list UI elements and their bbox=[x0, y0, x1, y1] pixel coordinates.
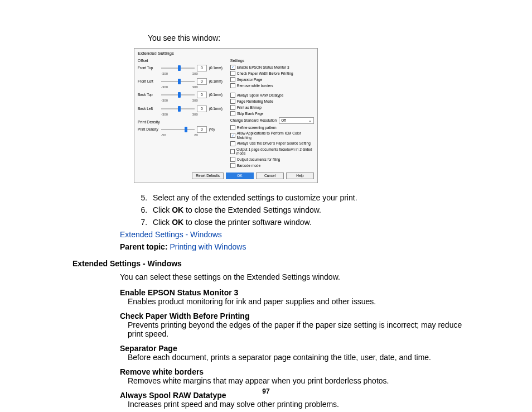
definition-block: Separator Page Before each document, pri… bbox=[120, 344, 471, 362]
checkbox-row[interactable]: Enable EPSON Status Monitor 3 bbox=[230, 65, 314, 70]
resolution-select[interactable]: Off⌄ bbox=[279, 117, 314, 124]
checkbox-icon[interactable] bbox=[230, 93, 235, 98]
resolution-select-row[interactable]: Change Standard Resolution Off⌄ bbox=[230, 117, 314, 124]
page-number: 97 bbox=[0, 387, 532, 395]
range-max: 300 bbox=[192, 72, 198, 76]
checkbox-row[interactable]: Barcode mode bbox=[230, 163, 314, 168]
step-list: Select any of the extended settings to c… bbox=[139, 193, 471, 227]
range-min: -300 bbox=[161, 113, 168, 117]
slider-track[interactable] bbox=[161, 81, 195, 82]
checkbox-label: Separator Page bbox=[237, 78, 263, 82]
step-text: Select any of the extended settings to c… bbox=[153, 193, 357, 202]
select-label: Change Standard Resolution bbox=[230, 118, 277, 123]
cancel-button[interactable]: Cancel bbox=[256, 173, 284, 179]
checkbox-label: Output 1 page documents facedown in 2-Si… bbox=[236, 147, 314, 156]
reset-defaults-button[interactable]: Reset Defaults bbox=[192, 173, 224, 179]
slider-value[interactable]: 0 bbox=[197, 126, 207, 133]
slider-value[interactable]: 0 bbox=[197, 78, 207, 85]
step-text: to close the printer software window. bbox=[183, 218, 312, 227]
definition-block: Check Paper Width Before Printing Preven… bbox=[120, 312, 471, 338]
checkbox-icon[interactable] bbox=[230, 71, 235, 76]
slider-track[interactable] bbox=[161, 94, 195, 95]
settings-group-label: Settings bbox=[230, 59, 314, 63]
checkbox-label: Enable EPSON Status Monitor 3 bbox=[237, 65, 289, 70]
checkbox-icon[interactable] bbox=[230, 111, 235, 116]
checkbox-icon[interactable] bbox=[230, 157, 235, 162]
range-min: -50 bbox=[161, 133, 166, 137]
def-desc: Removes white margins that may appear wh… bbox=[128, 376, 471, 385]
checkbox-row[interactable]: Output documents for filing bbox=[230, 157, 314, 162]
range-min: -300 bbox=[161, 99, 168, 103]
slider-label: Print Density bbox=[138, 127, 159, 132]
slider-back-top[interactable]: Back Top 0 (0.1mm) bbox=[138, 92, 226, 98]
slider-front-left[interactable]: Front Left 0 (0.1mm) bbox=[138, 78, 226, 85]
step-text: Click bbox=[153, 205, 172, 214]
range-max: 300 bbox=[192, 99, 198, 103]
checkbox-label: Barcode mode bbox=[237, 164, 260, 168]
checkbox-icon[interactable] bbox=[230, 141, 235, 146]
checkbox-row[interactable]: Separator Page bbox=[230, 77, 314, 82]
checkbox-label: Skip Blank Page bbox=[237, 112, 264, 116]
help-button[interactable]: Help bbox=[286, 173, 314, 179]
slider-label: Front Top bbox=[138, 66, 159, 70]
checkbox-label: Allow Applications to Perform ICM Color … bbox=[237, 131, 314, 140]
density-group-label: Print Density bbox=[138, 120, 226, 124]
step-text: to close the Extended Settings window. bbox=[183, 205, 321, 214]
checkbox-icon[interactable] bbox=[230, 149, 235, 154]
checkbox-row[interactable]: Refine screening pattern bbox=[230, 125, 314, 130]
checkbox-row[interactable]: Check Paper Width Before Printing bbox=[230, 71, 314, 76]
slider-print-density[interactable]: Print Density 0 (%) bbox=[138, 126, 226, 133]
range-max: 300 bbox=[192, 85, 198, 89]
slider-unit: (0.1mm) bbox=[209, 107, 226, 111]
checkbox-row[interactable]: Always Spool RAW Datatype bbox=[230, 93, 314, 98]
checkbox-icon[interactable] bbox=[230, 77, 235, 82]
checkbox-icon[interactable] bbox=[230, 125, 235, 130]
def-desc: Enables product monitoring for ink and p… bbox=[128, 297, 471, 306]
checkbox-label: Output documents for filing bbox=[237, 157, 280, 162]
checkbox-icon[interactable] bbox=[230, 163, 235, 168]
step-item: Select any of the extended settings to c… bbox=[149, 193, 471, 202]
slider-value[interactable]: 0 bbox=[197, 65, 207, 71]
checkbox-icon[interactable] bbox=[230, 65, 235, 70]
slider-unit: (0.1mm) bbox=[209, 66, 226, 70]
chevron-down-icon: ⌄ bbox=[308, 118, 312, 123]
checkbox-label: Always Use the Driver's Paper Source Set… bbox=[237, 141, 311, 146]
def-desc: Increases print speed and may solve othe… bbox=[128, 400, 471, 409]
extended-settings-link[interactable]: Extended Settings - Windows bbox=[120, 230, 471, 239]
checkbox-row[interactable]: Allow Applications to Perform ICM Color … bbox=[230, 131, 314, 140]
checkbox-label: Remove white borders bbox=[237, 84, 273, 88]
extended-settings-dialog: Extended Settings Offset Front Top 0 (0.… bbox=[134, 48, 318, 183]
checkbox-row[interactable]: Remove white borders bbox=[230, 83, 314, 88]
step-text: Click bbox=[153, 218, 172, 227]
step-item: Click OK to close the Extended Settings … bbox=[149, 205, 471, 214]
checkbox-row[interactable]: Print as Bitmap bbox=[230, 105, 314, 110]
slider-front-top[interactable]: Front Top 0 (0.1mm) bbox=[138, 65, 226, 71]
slider-back-left[interactable]: Back Left 0 (0.1mm) bbox=[138, 106, 226, 112]
slider-track[interactable] bbox=[161, 129, 195, 130]
checkbox-icon[interactable] bbox=[230, 105, 235, 110]
parent-topic-link[interactable]: Printing with Windows bbox=[170, 242, 246, 251]
def-term: Check Paper Width Before Printing bbox=[120, 312, 471, 320]
checkbox-label: Refine screening pattern bbox=[237, 126, 277, 130]
dialog-title: Extended Settings bbox=[138, 51, 314, 56]
def-desc: Before each document, prints a separator… bbox=[128, 353, 471, 362]
slider-label: Front Left bbox=[138, 79, 159, 84]
slider-value[interactable]: 0 bbox=[197, 92, 207, 98]
slider-track[interactable] bbox=[161, 68, 195, 69]
slider-unit: (0.1mm) bbox=[209, 93, 226, 97]
section-heading: Extended Settings - Windows bbox=[72, 259, 471, 268]
checkbox-row[interactable]: Page Rendering Mode bbox=[230, 99, 314, 104]
checkbox-row[interactable]: Output 1 page documents facedown in 2-Si… bbox=[230, 147, 314, 156]
slider-value[interactable]: 0 bbox=[197, 106, 207, 112]
range-min: -300 bbox=[161, 72, 168, 76]
checkbox-icon[interactable] bbox=[230, 133, 235, 138]
slider-track[interactable] bbox=[161, 108, 195, 109]
slider-unit: (%) bbox=[209, 127, 226, 132]
checkbox-row[interactable]: Always Use the Driver's Paper Source Set… bbox=[230, 141, 314, 146]
checkbox-icon[interactable] bbox=[230, 99, 235, 104]
ok-button[interactable]: OK bbox=[226, 173, 254, 179]
checkbox-icon[interactable] bbox=[230, 83, 235, 88]
checkbox-label: Always Spool RAW Datatype bbox=[237, 93, 284, 98]
checkbox-row[interactable]: Skip Blank Page bbox=[230, 111, 314, 116]
range-max: 20 bbox=[194, 133, 198, 137]
